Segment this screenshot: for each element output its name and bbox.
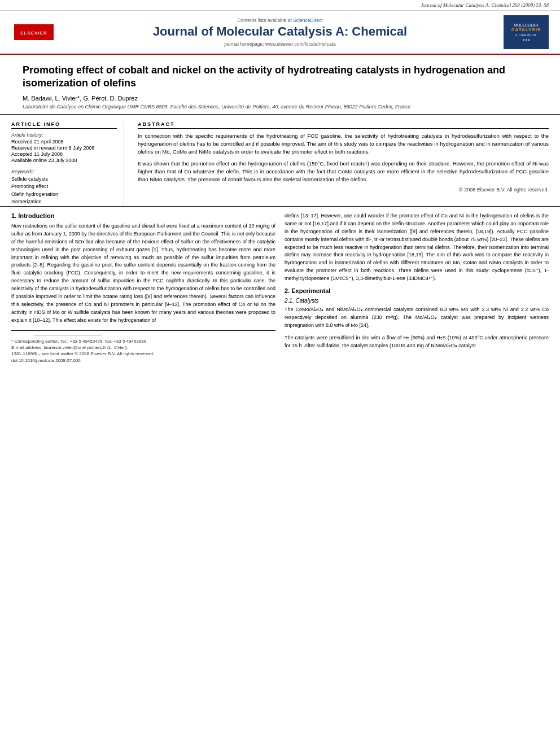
keywords-title: Keywords: <box>11 169 117 174</box>
abstract-col: ABSTRACT In connection with the specific… <box>135 121 549 206</box>
footnote-corresponding: * Corresponding author. Tel.: +33 5 4945… <box>11 338 275 344</box>
available-date: Available online 23 July 2008 <box>11 158 117 163</box>
experimental-body-1: The CoMo/Al₂O₃ and NiMo/Al₂O₃ commercial… <box>285 306 549 330</box>
article-affiliation: Laboratoire de Catalyse en Chimie Organi… <box>23 104 537 110</box>
article-title: Promoting effect of cobalt and nickel on… <box>23 64 537 90</box>
experimental-title: 2. Experimental <box>285 287 549 294</box>
article-info-col: ARTICLE INFO Article history: Received 2… <box>11 121 124 206</box>
abstract-header: ABSTRACT <box>138 121 549 129</box>
keyword-1: Sulfide catalysts <box>11 176 117 184</box>
elsevier-logo-box: ELSEVIER <box>14 24 54 40</box>
page-wrapper: Journal of Molecular Catalysis A: Chemic… <box>0 0 560 747</box>
catalysis-logo-title: CATALYSIS <box>511 27 541 32</box>
keyword-3: Olefin hydrogenation <box>11 191 117 199</box>
footnote-issn: 1381-1169/$ – see front matter © 2008 El… <box>11 351 275 357</box>
footnote-doi: doi:10.1016/j.molcata.2008.07.006 <box>11 357 275 364</box>
journal-citation: Journal of Molecular Catalysis A: Chemic… <box>421 2 549 8</box>
copyright-line: © 2008 Elsevier B.V. All rights reserved… <box>138 187 549 196</box>
experimental-subsection-title: 2.1. Catalysts <box>285 298 549 304</box>
header-top: ELSEVIER Contents lists available at Sci… <box>11 15 549 49</box>
introduction-right-body: olefins [13–17]. However, one could wond… <box>285 212 549 283</box>
journal-homepage: journal homepage: www.elsevier.com/locat… <box>62 41 498 47</box>
introduction-title: 1. Introduction <box>11 212 275 219</box>
footnote-email: E-mail address: laurence.vivier@univ-poi… <box>11 344 275 351</box>
catalysis-logo: MOLECULAR CATALYSIS A: CHEMICAL ■ ■ ■ <box>504 15 549 49</box>
journal-bar: Journal of Molecular Catalysis A: Chemic… <box>0 0 560 11</box>
article-title-section: Promoting effect of cobalt and nickel on… <box>0 55 560 115</box>
keyword-4: Isomerization <box>11 198 117 206</box>
article-history-label: Article history: <box>11 132 117 138</box>
sciencedirect-line: Contents lists available at ScienceDirec… <box>62 18 498 23</box>
footnote-divider <box>34 335 102 336</box>
main-content: 1. Introduction New restrictions on the … <box>0 207 560 369</box>
accepted-date: Accepted 11 July 2008 <box>11 151 117 157</box>
svg-text:ELSEVIER: ELSEVIER <box>20 30 47 36</box>
main-left-col: 1. Introduction New restrictions on the … <box>11 212 275 364</box>
revised-date: Received in revised form 8 July 2008 <box>11 145 117 151</box>
journal-title: Journal of Molecular Catalysis A: Chemic… <box>62 24 498 39</box>
header-section: ELSEVIER Contents lists available at Sci… <box>0 11 560 55</box>
footnote-section: * Corresponding author. Tel.: +33 5 4945… <box>11 330 275 364</box>
keyword-2: Promoting effect <box>11 183 117 191</box>
abstract-paragraph-1: In connection with the specific requirem… <box>138 132 549 184</box>
introduction-body: New restrictions on the sulfur content o… <box>11 222 275 325</box>
experimental-body-2: The catalysts were presulfided in situ w… <box>285 334 549 350</box>
main-right-col: olefins [13–17]. However, one could wond… <box>285 212 549 364</box>
article-authors: M. Badawi, L. Vivier*, G. Pérot, D. Dupr… <box>23 95 537 102</box>
received-date: Received 21 April 2008 <box>11 139 117 145</box>
article-info-header: ARTICLE INFO <box>11 121 117 129</box>
info-abstract-section: ARTICLE INFO Article history: Received 2… <box>0 115 560 207</box>
elsevier-logo: ELSEVIER <box>11 24 56 40</box>
sciencedirect-link[interactable]: ScienceDirect <box>293 18 322 23</box>
header-center: Contents lists available at ScienceDirec… <box>56 18 504 46</box>
